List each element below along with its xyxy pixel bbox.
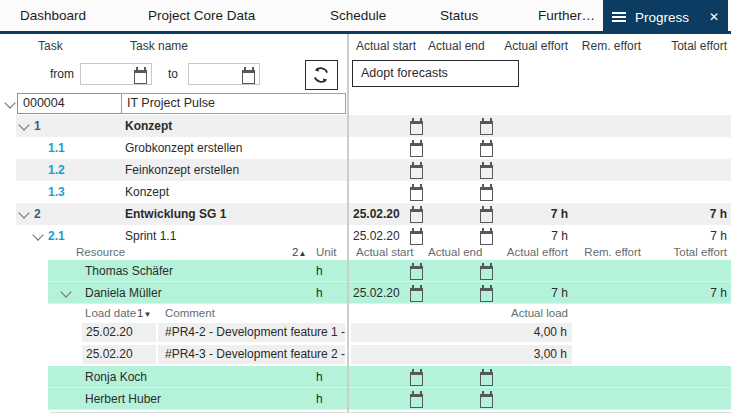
calendar-icon[interactable] — [480, 165, 493, 179]
calendar-icon[interactable] — [410, 372, 423, 386]
sort-desc-icon: ▼ — [143, 310, 151, 319]
col-header-actual-end[interactable]: Actual end — [428, 244, 482, 260]
col-header-total-effort[interactable]: Total effort — [650, 34, 727, 58]
actual-start-value: 25.02.20 — [353, 203, 400, 225]
row-stripe — [16, 115, 731, 137]
tab-schedule[interactable]: Schedule — [330, 0, 386, 31]
bottom-separator — [50, 412, 731, 413]
refresh-button[interactable] — [305, 60, 338, 90]
calendar-icon[interactable] — [410, 121, 423, 135]
expander-chevron-icon[interactable] — [4, 97, 15, 108]
calendar-icon[interactable] — [410, 187, 423, 201]
total-effort-value: 7 h — [650, 282, 727, 304]
calendar-icon[interactable] — [480, 187, 493, 201]
pane-divider — [347, 34, 349, 412]
calendar-icon[interactable] — [480, 372, 493, 386]
resource-name[interactable]: Daniela Müller — [85, 282, 162, 304]
col-header-comment[interactable]: Comment — [165, 305, 215, 321]
actual-start-value: 25.02.20 — [353, 282, 400, 304]
task-name[interactable]: Feinkonzept erstellen — [125, 159, 239, 181]
calendar-icon[interactable] — [410, 288, 423, 302]
sort-badge[interactable]: 2▲ — [292, 244, 306, 260]
tab-dashboard[interactable]: Dashboard — [20, 0, 86, 31]
calendar-icon[interactable] — [410, 143, 423, 157]
col-header-rem-effort[interactable]: Rem. effort — [570, 34, 641, 58]
calendar-icon[interactable] — [480, 231, 493, 245]
project-name-field[interactable]: IT Project Pulse — [121, 93, 346, 114]
refresh-icon — [311, 65, 331, 85]
col-header-task[interactable]: Task — [38, 34, 63, 58]
project-id-field[interactable]: 000004 — [17, 93, 122, 114]
calendar-icon[interactable] — [242, 70, 255, 84]
calendar-icon[interactable] — [480, 266, 493, 280]
calendar-icon[interactable] — [410, 165, 423, 179]
col-header-task-name[interactable]: Task name — [130, 34, 188, 58]
task-name[interactable]: Entwicklung SG 1 — [125, 203, 226, 225]
col-header-unit[interactable]: Unit — [316, 244, 336, 260]
load-date-cell[interactable]: 25.02.20 — [82, 345, 156, 364]
actual-effort-value: 7 h — [495, 282, 568, 304]
sort-asc-icon: ▲ — [298, 249, 306, 258]
calendar-icon[interactable] — [480, 209, 493, 223]
resource-unit: h — [316, 260, 323, 282]
col-header-load-date[interactable]: Load date — [85, 305, 136, 321]
col-header-actual-end[interactable]: Actual end — [428, 34, 485, 58]
progress-window: Dashboard Project Core Data Schedule Sta… — [0, 0, 731, 419]
col-header-actual-effort[interactable]: Actual effort — [495, 244, 568, 260]
expander-chevron-icon[interactable] — [32, 229, 43, 240]
task-number: 1 — [34, 115, 41, 137]
calendar-icon[interactable] — [480, 394, 493, 408]
to-label: to — [168, 62, 178, 86]
calendar-icon[interactable] — [410, 394, 423, 408]
calendar-icon[interactable] — [410, 266, 423, 280]
task-name[interactable]: Konzept — [125, 181, 169, 203]
actual-effort-value: 7 h — [495, 203, 568, 225]
task-number: 2 — [34, 203, 41, 225]
calendar-icon[interactable] — [134, 70, 147, 84]
col-header-resource[interactable]: Resource — [76, 244, 125, 260]
tab-project-core-data[interactable]: Project Core Data — [148, 0, 255, 31]
col-header-total-effort[interactable]: Total effort — [650, 244, 727, 260]
close-icon[interactable]: ✕ — [709, 10, 719, 24]
actual-load-cell[interactable]: 4,00 h — [351, 323, 572, 342]
from-date-input[interactable] — [80, 63, 152, 85]
load-date-cell[interactable]: 25.02.20 — [82, 323, 156, 342]
col-header-actual-start[interactable]: Actual start — [356, 34, 416, 58]
resource-name[interactable]: Ronja Koch — [85, 366, 147, 388]
tab-status[interactable]: Status — [440, 0, 478, 31]
task-name[interactable]: Grobkonzept erstellen — [125, 137, 242, 159]
tab-progress-label: Progress — [635, 10, 689, 25]
resource-name[interactable]: Herbert Huber — [85, 388, 161, 410]
tab-progress[interactable]: Progress ✕ — [603, 0, 728, 34]
resource-unit: h — [316, 388, 323, 410]
task-number: 1.3 — [48, 181, 65, 203]
task-name[interactable]: Konzept — [125, 115, 172, 137]
to-date-input[interactable] — [188, 63, 260, 85]
calendar-icon[interactable] — [480, 143, 493, 157]
col-header-actual-effort[interactable]: Actual effort — [495, 34, 568, 58]
calendar-icon[interactable] — [410, 231, 423, 245]
task-name[interactable]: Sprint 1.1 — [125, 225, 176, 247]
load-comment-cell[interactable]: #PR4-2 - Development feature 1 - — [158, 323, 345, 342]
actual-load-cell[interactable]: 3,00 h — [351, 345, 572, 364]
resource-unit: h — [316, 282, 323, 304]
calendar-icon[interactable] — [410, 209, 423, 223]
col-header-actual-load[interactable]: Actual load — [450, 305, 568, 321]
task-number: 1.2 — [48, 159, 65, 181]
adopt-forecasts-button[interactable]: Adopt forecasts — [352, 60, 519, 87]
calendar-icon[interactable] — [480, 121, 493, 135]
resource-unit: h — [316, 366, 323, 388]
resource-name[interactable]: Thomas Schäfer — [85, 260, 173, 282]
calendar-icon[interactable] — [480, 288, 493, 302]
task-number: 2.1 — [48, 225, 65, 247]
col-header-rem-effort[interactable]: Rem. effort — [570, 244, 641, 260]
sort-badge[interactable]: 1▼ — [137, 305, 151, 321]
resource-row-bg[interactable] — [48, 366, 731, 388]
task-number: 1.1 — [48, 137, 65, 159]
load-comment-cell[interactable]: #PR4-3 - Development feature 2 - — [158, 345, 345, 364]
row-stripe — [16, 159, 731, 181]
menu-icon[interactable] — [612, 12, 626, 22]
col-header-actual-start[interactable]: Actual start — [356, 244, 414, 260]
total-effort-value: 7 h — [650, 203, 727, 225]
tab-further[interactable]: Further… — [538, 0, 595, 31]
